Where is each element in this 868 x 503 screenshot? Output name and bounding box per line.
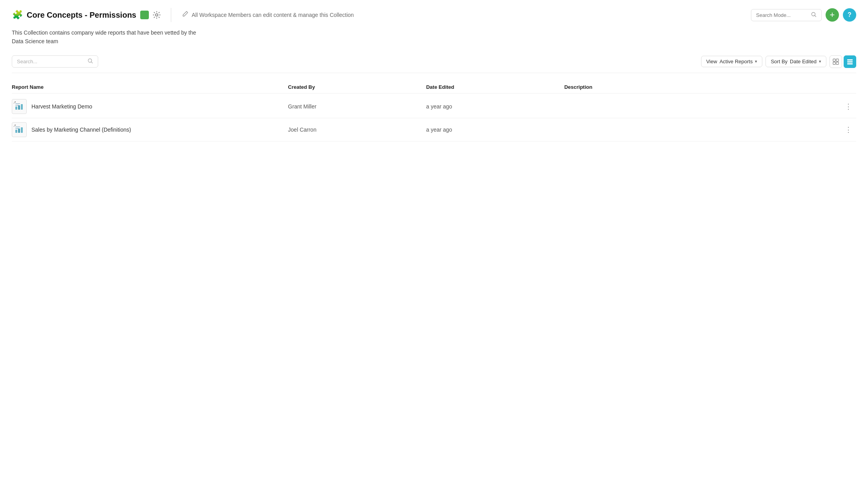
help-button[interactable]: ? [843, 8, 856, 22]
search-icon [88, 58, 93, 65]
pencil-icon [181, 11, 189, 19]
col-report-name: Report Name [12, 84, 288, 90]
arrow-icon: ↗ [13, 100, 18, 105]
svg-rect-18 [21, 127, 23, 133]
col-description: Description [564, 84, 841, 90]
header: 🧩 Core Concepts - Permissions All Worksp… [12, 8, 856, 22]
permissions-info: All Workspace Members can edit content &… [181, 11, 354, 19]
created-by: Grant Miller [288, 103, 426, 110]
search-wrapper[interactable] [12, 55, 98, 68]
header-left: 🧩 Core Concepts - Permissions All Worksp… [12, 8, 354, 22]
color-swatch[interactable] [140, 11, 149, 19]
svg-rect-7 [847, 61, 853, 62]
add-button[interactable]: + [826, 8, 839, 22]
svg-rect-3 [836, 59, 839, 61]
svg-rect-5 [836, 62, 839, 64]
reports-table: Report Name Created By Date Edited Descr… [12, 81, 856, 141]
chevron-down-icon: ▾ [755, 59, 757, 64]
toolbar-left [12, 55, 98, 68]
search-mode-wrapper[interactable] [751, 9, 822, 21]
date-edited: a year ago [426, 103, 564, 110]
sort-by-dropdown[interactable]: Sort By Date Edited ▾ [765, 56, 826, 67]
report-name-cell: ↗ Sales by Marketing Channel (Definition… [12, 122, 288, 137]
view-active-dropdown[interactable]: View Active Reports ▾ [701, 56, 763, 67]
svg-rect-6 [847, 59, 853, 61]
created-by: Joel Carron [288, 127, 426, 133]
sort-by-value: Date Edited [790, 59, 817, 64]
gear-button[interactable] [153, 11, 161, 19]
view-toggle [830, 55, 856, 68]
search-input[interactable] [17, 59, 84, 64]
toolbar: View Active Reports ▾ Sort By Date Edite… [12, 55, 856, 73]
svg-rect-16 [15, 130, 17, 133]
svg-rect-17 [18, 129, 20, 133]
search-mode-icon [811, 12, 817, 18]
report-name-cell: ↗ Harvest Marketing Demo [12, 99, 288, 114]
table-row[interactable]: ↗ Harvest Marketing Demo Grant Miller a … [12, 95, 856, 118]
report-thumbnail: ↗ [12, 99, 27, 114]
report-name: Harvest Marketing Demo [31, 103, 92, 110]
page-container: 🧩 Core Concepts - Permissions All Worksp… [0, 0, 868, 503]
header-right: + ? [751, 8, 856, 22]
grid-view-button[interactable] [830, 55, 842, 68]
toolbar-right: View Active Reports ▾ Sort By Date Edite… [701, 55, 856, 68]
table-header: Report Name Created By Date Edited Descr… [12, 81, 856, 94]
permissions-text: All Workspace Members can edit content &… [192, 12, 354, 18]
collection-description: This Collection contains company wide re… [12, 28, 856, 46]
col-date-edited: Date Edited [426, 84, 564, 90]
table-row[interactable]: ↗ Sales by Marketing Channel (Definition… [12, 118, 856, 141]
svg-rect-2 [833, 59, 835, 61]
search-mode-input[interactable] [756, 12, 808, 18]
kebab-menu-button[interactable]: ⋮ [841, 101, 856, 112]
grid-icon [833, 59, 839, 65]
svg-rect-12 [18, 105, 20, 110]
svg-rect-11 [15, 106, 17, 110]
header-divider [171, 8, 171, 22]
chevron-down-icon: ▾ [819, 59, 821, 64]
report-thumbnail: ↗ [12, 122, 27, 137]
report-name: Sales by Marketing Channel (Definitions) [31, 127, 131, 133]
arrow-icon: ↗ [13, 123, 18, 128]
col-created-by: Created By [288, 84, 426, 90]
sort-by-prefix: Sort By [771, 59, 787, 64]
svg-rect-13 [21, 104, 23, 110]
kebab-menu-button[interactable]: ⋮ [841, 124, 856, 136]
gear-icon [153, 11, 161, 19]
collection-icon: 🧩 [12, 9, 23, 20]
view-active-value: Active Reports [720, 59, 753, 64]
list-view-button[interactable] [844, 55, 856, 68]
svg-rect-8 [847, 63, 853, 64]
list-icon [847, 59, 853, 65]
svg-rect-4 [833, 62, 835, 64]
col-actions [841, 84, 856, 90]
date-edited: a year ago [426, 127, 564, 133]
view-active-prefix: View [706, 59, 717, 64]
page-title: Core Concepts - Permissions [27, 11, 136, 20]
